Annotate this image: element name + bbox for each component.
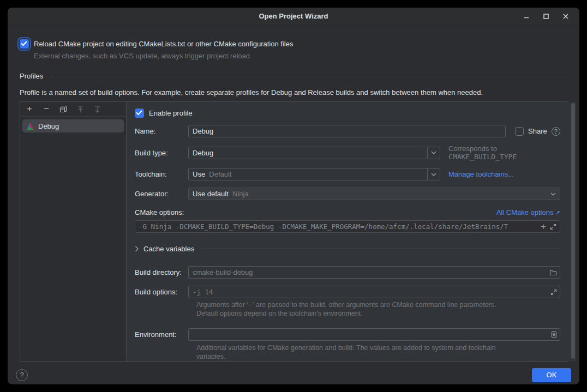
generator-value: Use default Ninja — [193, 190, 249, 198]
toolchain-label: Toolchain: — [135, 170, 188, 178]
environment-hint-line1: Additional variables for CMake generatio… — [196, 343, 560, 352]
build-type-hint: Corresponds to CMAKE_BUILD_TYPE — [448, 144, 560, 161]
move-profile-up-button[interactable] — [74, 104, 86, 114]
generator-select[interactable]: Use default Ninja — [188, 188, 560, 200]
enable-profile-label: Enable profile — [149, 109, 193, 117]
cmake-build-type-code: CMAKE_BUILD_TYPE — [448, 153, 517, 161]
build-directory-row: Build directory: — [135, 266, 560, 279]
cmake-options-actions: + — [541, 222, 556, 231]
close-button[interactable] — [560, 10, 572, 22]
build-type-select[interactable]: Debug — [188, 147, 440, 159]
environment-label: Environment: — [135, 330, 188, 339]
build-type-row: Build type: Debug Corresponds to CMAKE_B… — [135, 144, 560, 161]
title-bar: Open Project Wizard — [8, 8, 579, 25]
profiles-toolbar: + − — [20, 102, 126, 117]
section-divider — [50, 76, 567, 76]
window-title: Open Project Wizard — [259, 12, 328, 20]
profile-name: Debug — [38, 122, 59, 130]
reload-cmake-row: Reload CMake project on editing CMakeLis… — [20, 39, 567, 49]
dialog-body: Reload CMake project on editing CMakeLis… — [8, 25, 579, 362]
minimize-icon — [523, 13, 530, 20]
share-help-icon[interactable]: ? — [552, 127, 560, 136]
chevron-down-icon — [427, 168, 440, 180]
maximize-button[interactable] — [540, 10, 552, 22]
copy-profile-button[interactable] — [57, 104, 69, 114]
build-options-hint-line1: Arguments after '--' are passed to the b… — [196, 300, 560, 309]
name-input[interactable] — [188, 125, 506, 137]
name-row: Name: Share ? — [135, 125, 560, 137]
remove-profile-button[interactable]: − — [40, 104, 52, 114]
generator-label: Generator: — [135, 190, 188, 198]
enable-profile-row: Enable profile — [135, 108, 560, 118]
reload-cmake-checkbox[interactable] — [20, 39, 29, 49]
build-directory-input[interactable] — [188, 266, 560, 279]
profiles-description: Profile is a named set of build options.… — [20, 88, 567, 97]
build-directory-label: Build directory: — [135, 268, 188, 276]
environment-input[interactable] — [188, 328, 560, 341]
build-type-value: Debug — [193, 149, 213, 157]
arrow-up-to-bar-icon — [77, 106, 84, 113]
move-profile-down-button[interactable] — [91, 104, 103, 114]
external-link-icon: ↗ — [555, 209, 560, 216]
cache-variables-row[interactable]: Cache variables — [135, 245, 560, 253]
help-button[interactable]: ? — [16, 369, 28, 381]
checkmark-icon — [136, 110, 142, 116]
copy-icon — [59, 105, 67, 113]
chevron-right-icon — [135, 246, 139, 252]
share-group: Share ? — [515, 127, 560, 136]
minus-icon: − — [44, 104, 49, 114]
profiles-list-panel: + − — [20, 102, 127, 361]
build-options-row: Build options: — [135, 286, 560, 298]
profiles-section-title: Profiles — [20, 72, 43, 80]
share-checkbox[interactable] — [515, 127, 524, 136]
add-profile-button[interactable]: + — [23, 104, 35, 114]
arrow-down-from-bar-icon — [94, 106, 101, 113]
profiles-panels: + − — [20, 101, 567, 362]
build-options-input[interactable] — [188, 286, 560, 298]
environment-row: Environment: — [135, 328, 560, 341]
build-type-label: Build type: — [135, 149, 188, 157]
reload-cmake-hint: External changes, such as VCS update, al… — [34, 52, 567, 60]
chevron-down-icon — [547, 188, 560, 200]
profile-list-item-debug[interactable]: Debug — [22, 119, 124, 132]
profiles-section-header: Profiles — [20, 72, 567, 80]
share-label: Share — [528, 127, 547, 135]
cmake-options-field[interactable]: -G Ninja -DCMAKE_BUILD_TYPE=Debug -DCMAK… — [135, 220, 560, 233]
generator-row: Generator: Use default Ninja — [135, 188, 560, 200]
checkmark-icon — [21, 41, 27, 46]
close-icon — [562, 13, 569, 20]
cmake-options-label: CMake options: — [135, 208, 184, 216]
section-divider — [201, 249, 560, 249]
vertical-scrollbar[interactable] — [571, 103, 575, 359]
ok-button[interactable]: OK — [532, 368, 571, 382]
cmake-options-value: -G Ninja -DCMAKE_BUILD_TYPE=Debug -DCMAK… — [139, 222, 537, 231]
environment-hint: Additional variables for CMake generatio… — [196, 343, 560, 361]
environment-hint-line2: variables. — [196, 352, 560, 361]
chevron-down-icon — [427, 147, 440, 159]
toolchain-select[interactable]: Use Default — [188, 168, 440, 180]
cmake-options-header: CMake options: All CMake options↗ — [135, 208, 560, 216]
plus-icon: + — [27, 104, 32, 114]
enable-profile-checkbox[interactable] — [135, 108, 144, 118]
build-options-hint-line2: Default options depend on the toolchain'… — [196, 309, 560, 318]
environment-wrap — [188, 328, 560, 341]
expand-icon[interactable] — [550, 289, 557, 295]
maximize-icon — [543, 13, 549, 20]
minimize-button[interactable] — [520, 10, 532, 22]
toolchain-value: Use Default — [193, 170, 232, 178]
manage-toolchains-link[interactable]: Manage toolchains... — [448, 170, 514, 178]
all-cmake-options-link[interactable]: All CMake options↗ — [496, 208, 560, 216]
expand-icon[interactable] — [550, 224, 556, 230]
cache-variables-label: Cache variables — [143, 245, 194, 253]
name-label: Name: — [135, 127, 188, 135]
question-mark-icon: ? — [20, 371, 23, 379]
folder-icon[interactable] — [549, 269, 557, 276]
build-directory-wrap — [188, 266, 560, 279]
build-options-hint: Arguments after '--' are passed to the b… — [196, 300, 560, 318]
variables-list-icon[interactable] — [551, 331, 557, 338]
open-project-wizard-dialog: Open Project Wizard Reload CMake project… — [8, 8, 579, 384]
reload-cmake-label: Reload CMake project on editing CMakeLis… — [34, 40, 293, 48]
add-option-icon[interactable]: + — [541, 222, 546, 231]
dialog-footer: ? OK — [8, 362, 579, 384]
toolchain-row: Toolchain: Use Default Manage toolchains… — [135, 168, 560, 180]
